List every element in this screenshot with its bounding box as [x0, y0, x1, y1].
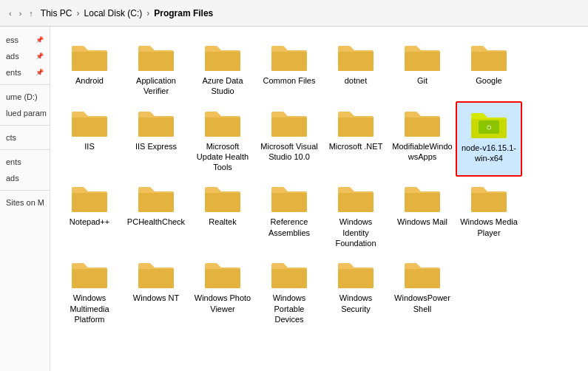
windows-security-label: Windows Security [325, 293, 386, 314]
folder-item-windows-media-player[interactable]: Windows Media Player [456, 177, 522, 253]
folder-item-windows-identity-foundation[interactable]: Windows Identity Foundation [322, 177, 389, 253]
sidebar-item-lued-param[interactable]: lued param [0, 106, 50, 120]
breadcrumb-sep-2: › [146, 8, 149, 18]
android-icon [70, 40, 109, 72]
iis-icon [70, 106, 109, 138]
sidebar-item-ents[interactable]: ents 📌 [0, 65, 50, 80]
windows-powershell-label: WindowsPowerShell [392, 293, 453, 314]
folder-item-common-files[interactable]: Common Files [256, 35, 322, 101]
address-bar: ‹ › ↑ This PC › Local Disk (C:) › Progra… [0, 0, 588, 27]
folder-item-reference-assemblies[interactable]: Reference Assemblies [256, 177, 322, 253]
folder-item-android[interactable]: Android [56, 35, 123, 101]
windows-multimedia-platform-label: Windows Multimedia Platform [59, 293, 120, 324]
ms-update-health-icon [203, 106, 242, 138]
folder-item-google[interactable]: Google [456, 35, 522, 101]
ms-update-health-label: Microsoft Update Health Tools [192, 141, 253, 173]
common-files-icon [270, 40, 308, 72]
dotnet-icon [337, 40, 375, 72]
sidebar-item-ads2[interactable]: ads [0, 171, 50, 186]
ms-net-label: Microsoft .NET [329, 141, 383, 152]
folder-item-ms-net[interactable]: Microsoft .NET [322, 101, 389, 177]
breadcrumb-this-pc[interactable]: This PC [41, 8, 72, 18]
modifiable-windows-apps-label: ModifiableWindowsApps [392, 141, 453, 163]
windows-media-player-icon [470, 181, 508, 214]
windows-nt-label: Windows NT [133, 293, 179, 303]
git-icon [403, 40, 442, 72]
folder-item-app-verifier[interactable]: Application Verifier [123, 35, 189, 101]
windows-multimedia-platform-icon [70, 257, 109, 290]
main-layout: ess 📌 ads 📌 ents 📌 ume (D:) lued param c… [0, 27, 588, 371]
folder-item-windows-portable-devices[interactable]: Windows Portable Devices [256, 253, 322, 329]
folder-item-azure-data-studio[interactable]: Azure Data Studio [189, 35, 256, 101]
reference-assemblies-icon [270, 181, 308, 214]
app-verifier-label: Application Verifier [126, 75, 186, 97]
folder-item-ms-visual-studio[interactable]: Microsoft Visual Studio 10.0 [256, 101, 322, 177]
folder-item-dotnet[interactable]: dotnet [322, 35, 389, 101]
windows-portable-devices-label: Windows Portable Devices [259, 293, 320, 324]
folder-item-node-v16[interactable]: ⬡ node-v16.15.1-win-x64 [456, 101, 522, 177]
node-v16-icon: ⬡ [470, 107, 508, 140]
folder-item-windows-mail[interactable]: Windows Mail [389, 177, 456, 253]
sidebar-item-ess[interactable]: ess 📌 [0, 33, 50, 47]
azure-data-studio-label: Azure Data Studio [192, 75, 253, 97]
windows-identity-foundation-label: Windows Identity Foundation [325, 217, 386, 248]
ms-visual-studio-label: Microsoft Visual Studio 10.0 [259, 141, 320, 163]
windows-identity-foundation-icon [337, 181, 375, 214]
android-label: Android [75, 75, 104, 86]
forward-button[interactable]: › [19, 9, 22, 18]
folder-item-notepad-plus[interactable]: Notepad++ [56, 177, 123, 253]
pc-health-check-label: PCHealthCheck [127, 217, 185, 227]
git-label: Git [417, 75, 428, 86]
modifiable-windows-apps-icon [403, 106, 442, 138]
folder-item-realtek[interactable]: Realtek [189, 177, 256, 253]
iis-express-label: IIS Express [135, 141, 177, 152]
breadcrumb-local-disk[interactable]: Local Disk (C:) [84, 8, 143, 18]
windows-photo-viewer-label: Windows Photo Viewer [192, 293, 253, 314]
folder-item-windows-powershell[interactable]: WindowsPowerShell [389, 253, 456, 329]
sidebar-item-ents2[interactable]: ents [0, 154, 50, 169]
windows-photo-viewer-icon [203, 257, 242, 290]
folder-item-windows-nt[interactable]: Windows NT [123, 253, 189, 329]
sidebar-divider-3 [0, 149, 50, 150]
sidebar-divider-1 [0, 84, 50, 85]
folder-item-git[interactable]: Git [389, 35, 456, 101]
sidebar-item-sites-on-m[interactable]: Sites on M [0, 195, 50, 210]
breadcrumb-sep-1: › [77, 8, 80, 18]
realtek-label: Realtek [209, 217, 236, 227]
node-v16-label: node-v16.15.1-win-x64 [460, 143, 518, 164]
folder-item-pc-health-check[interactable]: PCHealthCheck [123, 177, 189, 253]
iis-label: IIS [84, 141, 94, 152]
folder-item-iis-express[interactable]: IIS Express [123, 101, 189, 177]
pc-health-check-icon [137, 181, 175, 214]
azure-data-studio-icon [203, 40, 242, 72]
up-button[interactable]: ↑ [29, 9, 33, 18]
folder-item-windows-photo-viewer[interactable]: Windows Photo Viewer [189, 253, 256, 329]
reference-assemblies-label: Reference Assemblies [259, 217, 320, 238]
back-button[interactable]: ‹ [9, 9, 12, 18]
sidebar-item-ads[interactable]: ads 📌 [0, 49, 50, 64]
folder-item-windows-security[interactable]: Windows Security [322, 253, 389, 329]
google-label: Google [476, 75, 501, 86]
folder-grid: Android Application Verifier Azure Data … [56, 35, 582, 329]
sidebar: ess 📌 ads 📌 ents 📌 ume (D:) lued param c… [0, 27, 50, 371]
dotnet-label: dotnet [345, 75, 368, 86]
sidebar-divider-2 [0, 125, 50, 126]
app-verifier-icon [137, 40, 175, 72]
windows-powershell-icon [403, 257, 442, 290]
folder-item-windows-multimedia-platform[interactable]: Windows Multimedia Platform [56, 253, 123, 329]
breadcrumb-program-files[interactable]: Program Files [154, 8, 213, 18]
iis-express-icon [137, 106, 175, 138]
pin-icon: 📌 [36, 52, 44, 60]
realtek-icon [203, 181, 242, 214]
folder-item-ms-update-health[interactable]: Microsoft Update Health Tools [189, 101, 256, 177]
windows-security-icon [337, 257, 375, 290]
folder-item-modifiable-windows-apps[interactable]: ModifiableWindowsApps [389, 101, 456, 177]
sidebar-item-cts[interactable]: cts [0, 130, 50, 145]
google-icon [470, 40, 508, 72]
windows-portable-devices-icon [270, 257, 308, 290]
sidebar-item-ume-d[interactable]: ume (D:) [0, 89, 50, 104]
pin-icon: 📌 [36, 69, 44, 76]
sidebar-divider-4 [0, 190, 50, 191]
pin-icon: 📌 [36, 36, 44, 44]
folder-item-iis[interactable]: IIS [56, 101, 123, 177]
